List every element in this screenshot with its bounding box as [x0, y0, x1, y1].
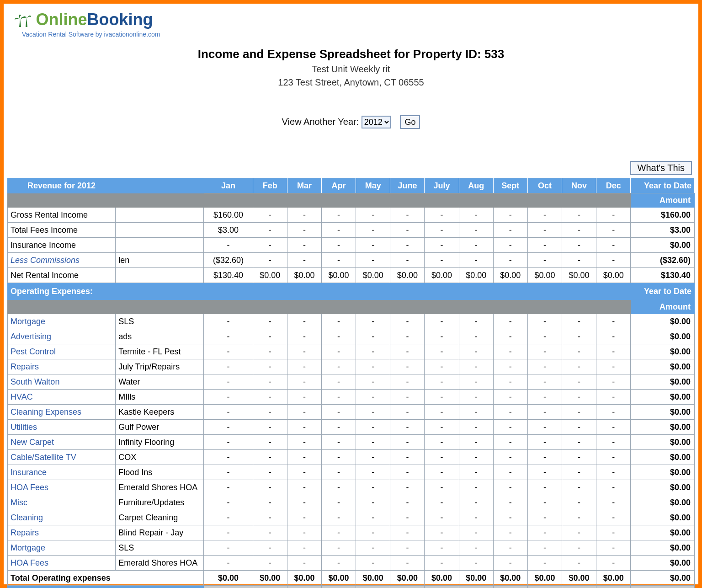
value-cell: - — [390, 344, 425, 359]
value-cell: - — [356, 556, 390, 571]
net-value: $0.00 — [253, 586, 287, 588]
value-cell: - — [287, 314, 321, 329]
value-cell: - — [356, 314, 390, 329]
value-cell: - — [562, 329, 596, 344]
value-cell: - — [493, 374, 527, 390]
value-cell: - — [527, 223, 562, 238]
expense-category-link[interactable]: Mortgage — [8, 314, 116, 329]
ytd-cell: $0.00 — [631, 525, 695, 540]
vendor-cell: Kastle Keepers — [116, 405, 204, 420]
year-select[interactable]: 2012 — [362, 116, 391, 128]
net-value: $0.00 — [356, 586, 390, 588]
value-cell: - — [425, 238, 459, 253]
spacer — [459, 300, 493, 314]
value-cell: - — [596, 374, 631, 390]
value-cell: - — [356, 390, 390, 405]
expense-category-link[interactable]: Cleaning — [8, 510, 116, 525]
value-cell: - — [356, 450, 390, 465]
value-cell: $0.00 — [527, 268, 562, 283]
value-cell: - — [527, 390, 562, 405]
value-cell: - — [562, 344, 596, 359]
value-cell: - — [253, 329, 287, 344]
vendor-cell: Infinity Flooring — [116, 435, 204, 450]
value-cell: - — [596, 510, 631, 525]
value-cell: - — [253, 390, 287, 405]
value-cell: - — [459, 480, 493, 495]
value-cell: - — [459, 374, 493, 390]
expense-category-link[interactable]: Repairs — [8, 359, 116, 374]
spacer — [425, 193, 459, 208]
vendor-cell — [116, 208, 204, 223]
value-cell: - — [493, 223, 527, 238]
expense-category-link[interactable]: HVAC — [8, 390, 116, 405]
value-cell: - — [390, 556, 425, 571]
vendor-cell — [116, 268, 204, 283]
expense-category-link[interactable]: Mortgage — [8, 540, 116, 556]
vendor-cell: Emerald Shores HOA — [116, 480, 204, 495]
amount-header: Amount — [631, 300, 695, 314]
expense-category-link[interactable]: Insurance — [8, 465, 116, 480]
expense-category-link[interactable]: Advertising — [8, 329, 116, 344]
expense-section-header: Operating Expenses: — [8, 283, 631, 300]
spacer — [527, 193, 562, 208]
value-cell: - — [253, 223, 287, 238]
value-cell: - — [253, 253, 287, 268]
month-header: Aug — [459, 178, 493, 193]
vendor-cell: Emerald Shores HOA — [116, 556, 204, 571]
ytd-cell: $0.00 — [631, 450, 695, 465]
value-cell: - — [596, 344, 631, 359]
value-cell: - — [527, 405, 562, 420]
value-cell: - — [204, 450, 253, 465]
value-cell: - — [493, 420, 527, 435]
expense-category-link[interactable]: Utilities — [8, 420, 116, 435]
expense-category-link[interactable]: HOA Fees — [8, 556, 116, 571]
value-cell: - — [562, 359, 596, 374]
spacer — [562, 193, 596, 208]
spacer — [287, 193, 321, 208]
logo-text-online: Online — [36, 10, 87, 29]
value-cell: - — [204, 359, 253, 374]
month-header: Nov — [562, 178, 596, 193]
value-cell: $0.00 — [322, 268, 356, 283]
ytd-cell: $0.00 — [631, 480, 695, 495]
expense-category-link[interactable]: New Carpet — [8, 435, 116, 450]
value-cell: - — [322, 223, 356, 238]
value-cell: - — [527, 329, 562, 344]
value-cell: - — [204, 480, 253, 495]
expense-category-link[interactable]: Repairs — [8, 525, 116, 540]
ytd-cell: $0.00 — [631, 556, 695, 571]
ytd-cell: $0.00 — [631, 405, 695, 420]
value-cell: - — [390, 208, 425, 223]
value-cell: - — [596, 435, 631, 450]
value-cell: - — [425, 495, 459, 510]
value-cell: - — [390, 465, 425, 480]
expense-category-link[interactable]: Pest Control — [8, 344, 116, 359]
expense-category-link[interactable]: Cable/Satellite TV — [8, 450, 116, 465]
category-cell: Gross Rental Income — [8, 208, 116, 223]
expense-category-link[interactable]: Cleaning Expenses — [8, 405, 116, 420]
amount-header: Amount — [631, 193, 695, 208]
value-cell: - — [562, 525, 596, 540]
value-cell: - — [356, 223, 390, 238]
whats-this-button[interactable]: What's This — [630, 161, 692, 175]
expense-category-link[interactable]: HOA Fees — [8, 480, 116, 495]
ytd-cell: $0.00 — [631, 495, 695, 510]
value-cell: $0.00 — [356, 268, 390, 283]
net-value: $0.00 — [322, 586, 356, 588]
go-button[interactable]: Go — [400, 115, 420, 129]
category-cell: Net Rental Income — [8, 268, 116, 283]
value-cell: - — [562, 390, 596, 405]
ytd-cell: ($32.60) — [631, 253, 695, 268]
value-cell: - — [287, 208, 321, 223]
value-cell: - — [322, 465, 356, 480]
value-cell: - — [527, 359, 562, 374]
value-cell: - — [253, 374, 287, 390]
expense-category-link[interactable]: Misc — [8, 495, 116, 510]
expense-category-link[interactable]: South Walton — [8, 374, 116, 390]
spacer — [356, 300, 390, 314]
value-cell: - — [287, 420, 321, 435]
value-cell: - — [493, 465, 527, 480]
value-cell: - — [204, 525, 253, 540]
value-cell: - — [425, 405, 459, 420]
value-cell: - — [356, 495, 390, 510]
